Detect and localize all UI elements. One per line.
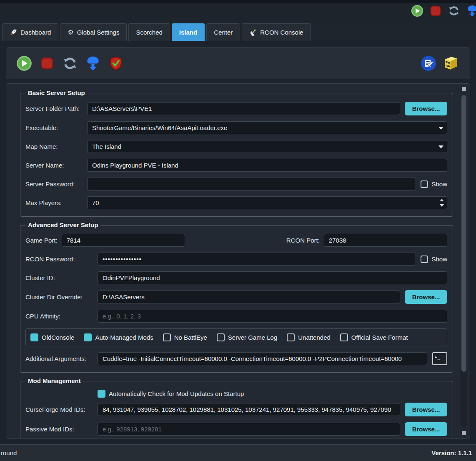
tab-bar: Dashboard ⚙ Global Settings Scorched Isl… [0,23,476,41]
cluster-id-input[interactable] [98,271,447,284]
checkbox-box [421,180,428,188]
official-save-format-checkbox[interactable]: Official Save Format [340,333,408,341]
map-name-row: Map Name: The Island [25,140,447,153]
validate-shield-icon[interactable] [108,55,124,71]
additional-arguments-label: Additional Arguments: [25,355,98,362]
curseforge-mod-ids-row: CurseForge Mod IDs: Browse... [25,403,447,416]
server-password-input[interactable] [87,178,416,190]
tab-island[interactable]: Island [172,23,205,41]
checkbox-box [217,333,225,341]
game-port-input[interactable] [62,234,185,247]
ports-row: Game Port: RCON Port: [25,234,447,247]
tab-global-settings[interactable]: ⚙ Global Settings [60,23,127,41]
tab-label: Center [214,29,233,36]
auto-check-mod-updates-checkbox[interactable]: Automatically Check for Mod Updates on S… [98,390,244,398]
browse-cluster-dir-button[interactable]: Browse... [405,290,447,304]
passive-mod-ids-input[interactable] [98,423,400,436]
scrollbar-track[interactable] [461,94,467,428]
auto-managed-mods-checkbox[interactable]: Auto-Managed Mods [84,333,153,341]
chevron-down-icon [438,127,443,130]
show-label: Show [431,180,447,188]
tab-center[interactable]: Center [206,23,240,41]
tab-label: Scorched [136,29,162,36]
checkbox-box [287,333,295,341]
checkbox-box [30,333,38,341]
tab-label: Global Settings [77,29,120,36]
additional-arguments-input[interactable] [98,352,427,365]
oldconsole-checkbox[interactable]: OldConsole [30,333,74,341]
server-name-label: Server Name: [25,162,87,169]
scrollbar-bottom-marker[interactable] [462,431,466,435]
start-server-icon[interactable] [16,55,32,71]
server-name-input[interactable] [87,159,447,172]
rocket-icon [10,29,17,36]
show-server-password-checkbox[interactable]: Show [421,180,447,188]
terminal-icon[interactable]: ▸_ [432,352,447,365]
status-left-text: round [1,449,17,456]
executable-row: Executable: ShooterGame/Binaries/Win64/A… [25,121,447,134]
update-restart-icon[interactable] [448,5,460,17]
tab-label: RCON Console [260,29,303,36]
satellite-dish-icon [249,29,257,36]
tab-dashboard[interactable]: Dashboard [2,23,58,41]
update-icon[interactable] [85,55,101,71]
unattended-checkbox[interactable]: Unattended [287,333,331,341]
checkbox-box [340,333,348,341]
server-password-row: Server Password: Show [25,178,447,190]
chevron-down-icon [438,145,443,148]
checkbox-box [163,333,171,341]
show-rcon-password-checkbox[interactable]: Show [421,256,447,263]
curseforge-mod-ids-input[interactable] [98,403,400,416]
tab-label: Dashboard [20,29,51,36]
vertical-scrollbar[interactable] [461,86,467,436]
tab-label: Island [179,29,197,36]
stop-server-icon[interactable] [429,5,442,17]
server-folder-path-row: Server Folder Path: Browse... [25,102,447,115]
additional-arguments-row: Additional Arguments: ▸_ [25,352,447,365]
update-icon[interactable] [466,5,476,17]
file-cabinet-icon[interactable] [442,55,460,72]
browse-passive-mods-button[interactable]: Browse... [405,422,447,436]
status-bar: round Version: 1.1.1 [0,444,476,461]
browse-server-folder-button[interactable]: Browse... [405,102,447,115]
rcon-port-input[interactable] [324,234,447,247]
tab-scorched[interactable]: Scorched [128,23,170,41]
server-name-row: Server Name: [25,159,447,172]
browse-curseforge-mods-button[interactable]: Browse... [405,403,447,416]
group-title: Basic Server Setup [25,89,88,96]
start-server-icon[interactable] [411,5,423,17]
stop-server-icon[interactable] [39,55,55,71]
server-folder-path-input[interactable] [87,102,400,115]
max-players-stepper[interactable]: 70 [87,196,447,209]
flag-label: OldConsole [42,334,74,341]
version-label: Version: 1.1.1 [431,449,472,456]
update-restart-icon[interactable] [62,55,78,71]
map-name-select[interactable]: The Island [87,140,447,153]
max-players-label: Max Players: [25,199,87,206]
server-flags-strip: OldConsole Auto-Managed Mods No BattlEye… [25,328,447,346]
server-game-log-checkbox[interactable]: Server Game Log [217,333,277,341]
max-players-row: Max Players: 70 [25,196,447,209]
game-port-label: Game Port: [25,237,58,244]
checkbox-box [98,390,105,398]
flag-label: Official Save Format [351,334,408,341]
passive-mod-ids-row: Passive Mod IDs: Browse... [25,422,447,436]
rcon-password-input[interactable] [98,253,416,266]
checkbox-box [421,256,428,263]
scrollbar-thumb[interactable] [461,95,466,372]
map-name-value: The Island [92,143,121,150]
auto-check-label: Automatically Check for Mod Updates on S… [109,390,244,397]
spin-down-button[interactable] [437,203,446,209]
cpu-affinity-input[interactable] [98,310,447,323]
cluster-id-row: Cluster ID: [25,271,447,284]
spin-up-button[interactable] [437,197,446,203]
no-battleye-checkbox[interactable]: No BattlEye [163,333,207,341]
edit-notes-icon[interactable] [421,55,436,71]
executable-select[interactable]: ShooterGame/Binaries/Win64/AsaApiLoader.… [87,121,447,134]
group-title: Advanced Server Setup [25,221,100,228]
scrollbar-top-marker[interactable] [462,87,466,91]
tab-rcon-console[interactable]: RCON Console [242,23,311,41]
cluster-dir-input[interactable] [98,291,400,303]
auto-check-mods-row: Automatically Check for Mod Updates on S… [98,390,447,398]
flag-label: Unattended [298,334,331,341]
